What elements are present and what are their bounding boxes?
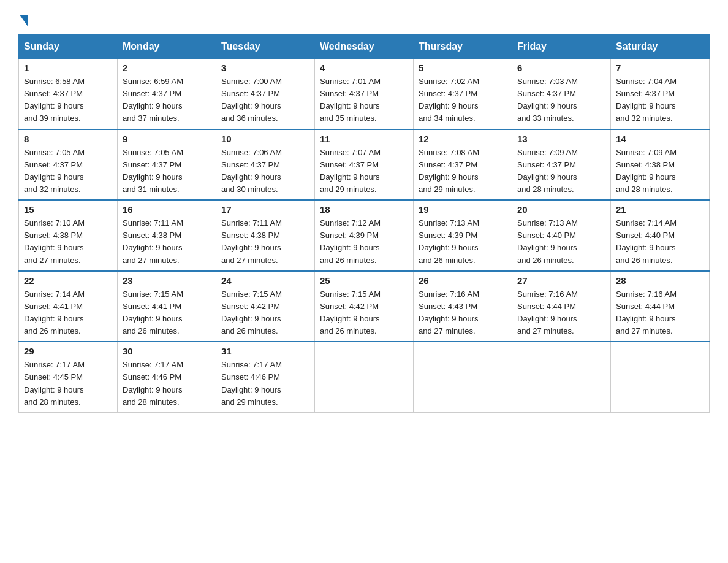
page-header <box>18 12 710 25</box>
day-cell: 26 Sunrise: 7:16 AM Sunset: 4:43 PM Dayl… <box>414 271 512 342</box>
day-info: Sunrise: 7:07 AM Sunset: 4:37 PM Dayligh… <box>320 147 408 196</box>
day-info: Sunrise: 7:11 AM Sunset: 4:38 PM Dayligh… <box>123 217 211 267</box>
week-row-1: 1 Sunrise: 6:58 AM Sunset: 4:37 PM Dayli… <box>19 59 710 129</box>
day-cell: 12 Sunrise: 7:08 AM Sunset: 4:37 PM Dayl… <box>414 129 512 201</box>
day-cell: 5 Sunrise: 7:02 AM Sunset: 4:37 PM Dayli… <box>414 59 512 129</box>
day-info: Sunrise: 7:12 AM Sunset: 4:39 PM Dayligh… <box>320 217 408 267</box>
header-sunday: Sunday <box>19 35 118 59</box>
day-info: Sunrise: 7:06 AM Sunset: 4:37 PM Dayligh… <box>221 147 309 196</box>
day-info: Sunrise: 7:17 AM Sunset: 4:46 PM Dayligh… <box>221 359 309 408</box>
calendar-body: 1 Sunrise: 6:58 AM Sunset: 4:37 PM Dayli… <box>19 59 710 413</box>
day-info: Sunrise: 7:01 AM Sunset: 4:37 PM Dayligh… <box>320 75 408 125</box>
day-number: 8 <box>24 134 112 144</box>
day-number: 30 <box>123 346 211 356</box>
day-number: 7 <box>616 63 704 73</box>
day-cell: 16 Sunrise: 7:11 AM Sunset: 4:38 PM Dayl… <box>118 200 216 271</box>
day-cell: 10 Sunrise: 7:06 AM Sunset: 4:37 PM Dayl… <box>216 129 315 201</box>
day-cell: 3 Sunrise: 7:00 AM Sunset: 4:37 PM Dayli… <box>216 59 315 129</box>
header-tuesday: Tuesday <box>216 35 315 59</box>
day-number: 9 <box>123 134 211 144</box>
day-cell: 13 Sunrise: 7:09 AM Sunset: 4:37 PM Dayl… <box>512 129 611 201</box>
logo <box>18 12 28 25</box>
day-cell: 1 Sunrise: 6:58 AM Sunset: 4:37 PM Dayli… <box>19 59 118 129</box>
day-info: Sunrise: 7:05 AM Sunset: 4:37 PM Dayligh… <box>24 147 112 196</box>
day-number: 27 <box>517 275 605 286</box>
header-monday: Monday <box>118 35 216 59</box>
day-number: 21 <box>616 204 704 215</box>
calendar-table: SundayMondayTuesdayWednesdayThursdayFrid… <box>18 34 710 413</box>
day-cell: 7 Sunrise: 7:04 AM Sunset: 4:37 PM Dayli… <box>611 59 710 129</box>
day-number: 18 <box>320 204 408 215</box>
week-row-3: 15 Sunrise: 7:10 AM Sunset: 4:38 PM Dayl… <box>19 200 710 271</box>
day-cell: 6 Sunrise: 7:03 AM Sunset: 4:37 PM Dayli… <box>512 59 611 129</box>
day-cell: 23 Sunrise: 7:15 AM Sunset: 4:41 PM Dayl… <box>118 271 216 342</box>
day-info: Sunrise: 7:10 AM Sunset: 4:38 PM Dayligh… <box>24 217 112 267</box>
day-info: Sunrise: 7:05 AM Sunset: 4:37 PM Dayligh… <box>123 147 211 196</box>
day-info: Sunrise: 7:13 AM Sunset: 4:39 PM Dayligh… <box>419 217 507 267</box>
day-info: Sunrise: 7:11 AM Sunset: 4:38 PM Dayligh… <box>221 217 309 267</box>
day-number: 11 <box>320 134 408 144</box>
day-number: 4 <box>320 63 408 73</box>
day-info: Sunrise: 7:02 AM Sunset: 4:37 PM Dayligh… <box>419 75 507 125</box>
day-info: Sunrise: 7:16 AM Sunset: 4:44 PM Dayligh… <box>517 288 605 338</box>
day-info: Sunrise: 7:08 AM Sunset: 4:37 PM Dayligh… <box>419 147 507 196</box>
day-cell <box>315 342 414 412</box>
day-info: Sunrise: 7:13 AM Sunset: 4:40 PM Dayligh… <box>517 217 605 267</box>
day-cell: 17 Sunrise: 7:11 AM Sunset: 4:38 PM Dayl… <box>216 200 315 271</box>
day-number: 5 <box>419 63 507 73</box>
day-number: 10 <box>221 134 309 144</box>
day-info: Sunrise: 7:17 AM Sunset: 4:46 PM Dayligh… <box>123 359 211 408</box>
day-number: 14 <box>616 134 704 144</box>
day-number: 19 <box>419 204 507 215</box>
day-cell: 21 Sunrise: 7:14 AM Sunset: 4:40 PM Dayl… <box>611 200 710 271</box>
day-cell: 19 Sunrise: 7:13 AM Sunset: 4:39 PM Dayl… <box>414 200 512 271</box>
day-number: 26 <box>419 275 507 286</box>
day-number: 15 <box>24 204 112 215</box>
day-info: Sunrise: 7:14 AM Sunset: 4:41 PM Dayligh… <box>24 288 112 338</box>
day-number: 28 <box>616 275 704 286</box>
day-cell: 25 Sunrise: 7:15 AM Sunset: 4:42 PM Dayl… <box>315 271 414 342</box>
day-cell: 8 Sunrise: 7:05 AM Sunset: 4:37 PM Dayli… <box>19 129 118 201</box>
day-cell <box>414 342 512 412</box>
day-cell <box>512 342 611 412</box>
day-number: 24 <box>221 275 309 286</box>
day-number: 3 <box>221 63 309 73</box>
week-row-4: 22 Sunrise: 7:14 AM Sunset: 4:41 PM Dayl… <box>19 271 710 342</box>
day-number: 31 <box>221 346 309 356</box>
day-cell: 31 Sunrise: 7:17 AM Sunset: 4:46 PM Dayl… <box>216 342 315 412</box>
day-number: 6 <box>517 63 605 73</box>
day-info: Sunrise: 7:09 AM Sunset: 4:37 PM Dayligh… <box>517 147 605 196</box>
day-cell: 28 Sunrise: 7:16 AM Sunset: 4:44 PM Dayl… <box>611 271 710 342</box>
day-number: 13 <box>517 134 605 144</box>
day-info: Sunrise: 7:15 AM Sunset: 4:42 PM Dayligh… <box>320 288 408 338</box>
day-cell: 22 Sunrise: 7:14 AM Sunset: 4:41 PM Dayl… <box>19 271 118 342</box>
day-cell: 30 Sunrise: 7:17 AM Sunset: 4:46 PM Dayl… <box>118 342 216 412</box>
day-info: Sunrise: 7:09 AM Sunset: 4:38 PM Dayligh… <box>616 147 704 196</box>
day-cell: 20 Sunrise: 7:13 AM Sunset: 4:40 PM Dayl… <box>512 200 611 271</box>
day-number: 29 <box>24 346 112 356</box>
day-info: Sunrise: 7:14 AM Sunset: 4:40 PM Dayligh… <box>616 217 704 267</box>
day-info: Sunrise: 7:03 AM Sunset: 4:37 PM Dayligh… <box>517 75 605 125</box>
header-saturday: Saturday <box>611 35 710 59</box>
day-number: 20 <box>517 204 605 215</box>
day-number: 23 <box>123 275 211 286</box>
day-info: Sunrise: 7:16 AM Sunset: 4:44 PM Dayligh… <box>616 288 704 338</box>
calendar-header-row: SundayMondayTuesdayWednesdayThursdayFrid… <box>19 35 710 59</box>
day-number: 1 <box>24 63 112 73</box>
day-cell: 2 Sunrise: 6:59 AM Sunset: 4:37 PM Dayli… <box>118 59 216 129</box>
day-number: 12 <box>419 134 507 144</box>
day-info: Sunrise: 6:59 AM Sunset: 4:37 PM Dayligh… <box>123 75 211 125</box>
day-number: 22 <box>24 275 112 286</box>
day-cell: 29 Sunrise: 7:17 AM Sunset: 4:45 PM Dayl… <box>19 342 118 412</box>
day-cell: 14 Sunrise: 7:09 AM Sunset: 4:38 PM Dayl… <box>611 129 710 201</box>
logo-triangle-icon <box>20 15 28 27</box>
day-info: Sunrise: 7:17 AM Sunset: 4:45 PM Dayligh… <box>24 359 112 408</box>
week-row-5: 29 Sunrise: 7:17 AM Sunset: 4:45 PM Dayl… <box>19 342 710 412</box>
header-friday: Friday <box>512 35 611 59</box>
day-cell: 27 Sunrise: 7:16 AM Sunset: 4:44 PM Dayl… <box>512 271 611 342</box>
day-number: 2 <box>123 63 211 73</box>
week-row-2: 8 Sunrise: 7:05 AM Sunset: 4:37 PM Dayli… <box>19 129 710 201</box>
day-number: 16 <box>123 204 211 215</box>
header-wednesday: Wednesday <box>315 35 414 59</box>
day-info: Sunrise: 7:15 AM Sunset: 4:42 PM Dayligh… <box>221 288 309 338</box>
